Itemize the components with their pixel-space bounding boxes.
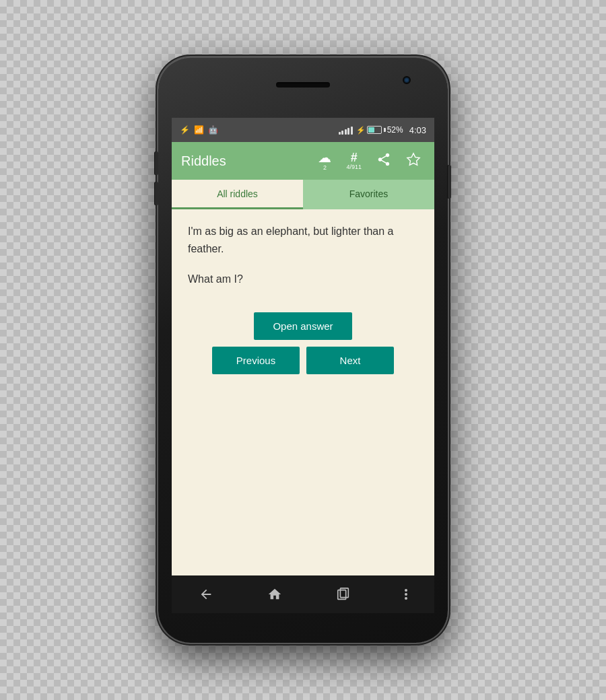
phone-screen: ⚡ 📶 🤖 ⚡ 52% [172,118,434,575]
riddle-text: I'm as big as an elephant, but lighter t… [188,223,418,257]
nav-buttons-row: Previous Next [212,347,394,374]
signal-bar-4 [347,128,349,135]
tab-all-riddles[interactable]: All riddles [172,180,303,209]
tab-all-riddles-label: All riddles [217,188,258,199]
tab-favorites-label: Favorites [349,188,389,199]
charging-icon: ⚡ [356,126,366,135]
riddle-question: What am I? [188,273,418,285]
home-button[interactable] [254,582,296,607]
svg-marker-0 [407,153,419,165]
clock: 4:03 [409,125,426,135]
dot-2 [405,593,407,596]
position-button[interactable]: # 4/911 [342,149,366,173]
next-button[interactable]: Next [306,347,394,374]
cloud-button[interactable]: ☁ 2 [314,148,335,174]
volume-up-button[interactable] [155,151,158,175]
dot-3 [405,597,407,600]
hash-symbol: # [351,151,358,164]
buttons-area: Open answer Previous Next [188,312,418,374]
position-label: 4/911 [346,164,362,170]
power-button[interactable] [448,165,451,199]
star-icon [406,152,421,170]
usb-icon: ⚡ [180,125,190,135]
back-button[interactable] [185,582,227,607]
position-group: # 4/911 [346,151,362,170]
android-icon: 🤖 [208,125,218,135]
open-answer-button[interactable]: Open answer [254,312,351,340]
speaker-grill [276,82,330,88]
status-bar: ⚡ 📶 🤖 ⚡ 52% [172,118,434,142]
front-camera [403,76,411,84]
previous-button[interactable]: Previous [212,347,300,374]
tab-favorites[interactable]: Favorites [303,180,434,209]
signal-bar-3 [345,129,347,135]
battery-fill [368,127,374,133]
content-area: I'm as big as an elephant, but lighter t… [172,209,434,388]
app-header: Riddles ☁ 2 # 4/911 [172,142,434,180]
cloud-icon: ☁ [318,151,331,164]
dot-1 [405,589,407,592]
share-button[interactable] [372,149,395,172]
bottom-bezel [158,613,448,643]
share-icon [376,152,391,170]
favorite-button[interactable] [402,149,425,172]
status-icons-right: ⚡ 52% 4:03 [339,125,426,135]
volume-down-button[interactable] [155,182,158,205]
battery-percent: 52% [387,125,403,135]
signal-bar-1 [339,132,341,135]
cloud-count-group: ☁ 2 [318,151,331,171]
phone-device: ⚡ 📶 🤖 ⚡ 52% [158,57,448,643]
app-title: Riddles [181,153,307,169]
data-icon: 📶 [194,125,204,135]
cloud-count-label: 2 [323,164,327,171]
signal-bar-5 [351,127,353,135]
recents-button[interactable] [323,582,364,607]
battery-tip [384,128,386,132]
signal-bar-2 [341,131,343,135]
tab-bar: All riddles Favorites [172,180,434,209]
status-icons-left: ⚡ 📶 🤖 [180,125,218,135]
signal-strength [339,125,353,135]
navigation-bar [172,575,434,613]
overflow-menu-button[interactable] [391,584,421,605]
battery-box [367,126,382,134]
top-bezel [158,57,448,118]
battery-indicator: ⚡ 52% [356,125,403,135]
